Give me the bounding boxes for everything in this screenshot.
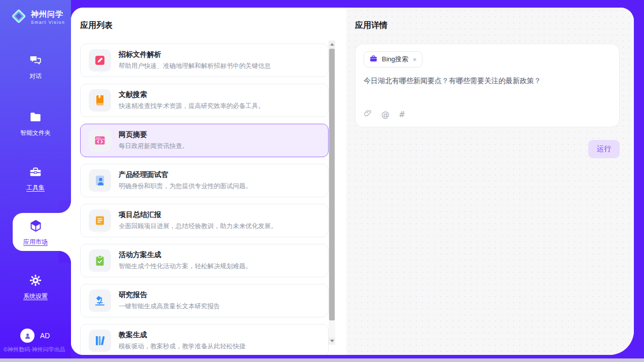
app-card-title: 招标文件解析 — [119, 50, 271, 59]
clipboard-check-icon — [89, 249, 111, 272]
app-card-lesson-plan[interactable]: 教案生成 模板驱动，教案秒成，教学准备从此轻松快捷 — [80, 324, 329, 355]
prompt-input[interactable]: 今日湖北有哪些新闻要点？有哪些需要关注的最新政策？ — [364, 76, 611, 107]
sidebar-item-toolset[interactable]: 工具集 — [0, 165, 71, 192]
paperclip-icon[interactable] — [364, 109, 372, 120]
list-scrollbar[interactable] — [329, 41, 335, 345]
books-icon — [89, 330, 111, 352]
copyright-footer: ©神州数码·神州问学出品 — [4, 346, 73, 353]
app-list-title: 应用列表 — [80, 20, 329, 31]
tool-chip-bing-search[interactable]: Bing搜索 × — [364, 51, 422, 67]
app-card-desc: 全面回顾项目进展，总结经验教训，助力未来优化发展。 — [119, 222, 277, 231]
app-card-event-plan[interactable]: 活动方案生成 智能生成个性化活动方案，轻松解决规划难题。 — [80, 244, 329, 277]
logo-subtitle: Smart Vision — [31, 20, 65, 25]
app-card-desc: 快速精准查找学术资源，提高研究效率的必备工具。 — [119, 102, 265, 111]
avatar — [20, 329, 34, 343]
app-card-literature-search[interactable]: 文献搜索 快速精准查找学术资源，提高研究效率的必备工具。 — [80, 84, 329, 117]
app-detail-title: 应用详情 — [355, 20, 620, 31]
toolbox-icon — [29, 171, 42, 180]
app-card-title: 活动方案生成 — [119, 250, 252, 260]
app-card-title: 文献搜索 — [119, 90, 265, 99]
triangle-up-icon — [330, 43, 334, 46]
book-icon — [89, 89, 111, 112]
app-card-web-summary[interactable]: 网页摘要 每日政府新闻资讯快查。 — [80, 124, 329, 157]
scrollbar-thumb[interactable] — [329, 49, 335, 320]
note-icon — [89, 209, 111, 232]
main-content: 应用列表 招标文件解析 帮助用户快速、准确地理解和解析招标书中的关键信息 文献搜… — [71, 8, 634, 355]
run-button-row: 运行 — [355, 140, 620, 158]
app-card-desc: 明确身份和职责，为您提供专业性的面试问题。 — [119, 182, 252, 191]
user-initials: AD — [40, 332, 50, 340]
sidebar-item-settings[interactable]: 系统设置 — [0, 274, 71, 301]
app-card-title: 研究报告 — [119, 291, 220, 300]
logo-diamond-icon — [10, 8, 27, 27]
window-bottom-edge — [0, 358, 644, 362]
app-card-title: 产品经理面试官 — [119, 170, 252, 179]
pen-square-icon — [89, 49, 111, 71]
app-card-desc: 每日政府新闻资讯快查。 — [119, 142, 189, 151]
briefcase-icon — [369, 54, 378, 65]
sidebar-item-label: 对话 — [0, 72, 71, 81]
app-card-title: 项目总结汇报 — [119, 210, 277, 220]
app-detail-panel: 应用详情 Bing搜索 × 今日湖北有哪些新闻要点？有哪些需要关注的最新政策？ … — [346, 8, 634, 355]
app-card-bid-parsing[interactable]: 招标文件解析 帮助用户快速、准确地理解和解析招标书中的关键信息 — [80, 44, 329, 77]
folder-icon — [29, 117, 42, 125]
microscope-icon — [89, 289, 111, 312]
app-card-pm-interviewer[interactable]: 产品经理面试官 明确身份和职责，为您提供专业性的面试问题。 — [80, 164, 329, 197]
scroll-up-button[interactable] — [329, 41, 335, 48]
sidebar-item-label: 智能文件夹 — [0, 129, 71, 137]
hashtag-icon[interactable]: # — [399, 110, 405, 119]
scroll-down-button[interactable] — [329, 337, 335, 345]
user-account[interactable]: AD — [20, 329, 50, 343]
sidebar-item-smart-folder[interactable]: 智能文件夹 — [0, 111, 71, 137]
app-card-project-summary[interactable]: 项目总结汇报 全面回顾项目进展，总结经验教训，助力未来优化发展。 — [80, 204, 329, 237]
app-card-desc: 模板驱动，教案秒成，教学准备从此轻松快捷 — [119, 342, 245, 351]
sidebar-item-label: 系统设置 — [0, 292, 71, 301]
mention-at-icon[interactable]: @ — [381, 110, 389, 119]
app-card-desc: 一键智能生成高质量长文本研究报告 — [119, 302, 220, 311]
sidebar-item-label: 工具集 — [0, 184, 71, 192]
triangle-down-icon — [330, 340, 334, 342]
chat-icon — [29, 60, 42, 68]
sidebar-item-chat[interactable]: 对话 — [0, 54, 71, 81]
chip-label: Bing搜索 — [382, 55, 408, 64]
app-card-desc: 智能生成个性化活动方案，轻松解决规划难题。 — [119, 262, 252, 271]
app-card-research-report[interactable]: 研究报告 一键智能生成高质量长文本研究报告 — [80, 284, 329, 317]
prompt-input-card: Bing搜索 × 今日湖北有哪些新闻要点？有哪些需要关注的最新政策？ @ # — [355, 44, 620, 127]
chip-close-icon[interactable]: × — [413, 56, 417, 63]
logo-title: 神州问学 — [31, 10, 63, 18]
app-card-desc: 帮助用户快速、准确地理解和解析招标书中的关键信息 — [119, 62, 271, 70]
gear-icon — [29, 280, 42, 288]
cube-icon — [29, 226, 43, 234]
app-card-title: 网页摘要 — [119, 130, 189, 139]
sidebar: 神州问学 Smart Vision 对话 智能文件夹 — [0, 0, 71, 358]
app-list-panel: 应用列表 招标文件解析 帮助用户快速、准确地理解和解析招标书中的关键信息 文献搜… — [71, 8, 346, 355]
sidebar-item-label: 应用市场 — [0, 238, 71, 246]
run-button[interactable]: 运行 — [588, 140, 620, 158]
app-logo: 神州问学 Smart Vision — [10, 8, 65, 27]
browser-code-icon — [89, 129, 111, 152]
input-toolbar: @ # — [364, 107, 611, 121]
app-card-title: 教案生成 — [119, 331, 245, 340]
sidebar-item-app-market[interactable]: 应用市场 — [0, 219, 71, 246]
person-document-icon — [89, 169, 111, 192]
